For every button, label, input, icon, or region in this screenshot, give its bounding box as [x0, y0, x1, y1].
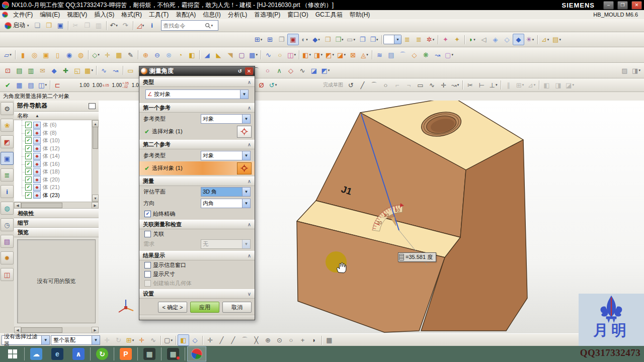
- key-pink-icon[interactable]: ✦: [440, 34, 451, 45]
- dialog-title-bar[interactable]: 测量角度 ↺ ✕: [139, 66, 255, 76]
- offset-region-icon[interactable]: ◩▾: [324, 49, 336, 61]
- measure-section-header[interactable]: 测量∧: [139, 176, 255, 186]
- move-object-icon[interactable]: ◆: [48, 65, 60, 76]
- scroll-left-icon[interactable]: ◀: [14, 202, 21, 209]
- move-face-icon[interactable]: ◧▾: [301, 49, 312, 61]
- new-window-icon[interactable]: ❐: [357, 34, 368, 45]
- dialog-resize-handle[interactable]: [139, 315, 255, 320]
- shaded-cube-icon[interactable]: ◧: [178, 334, 189, 346]
- sort-asc-icon[interactable]: ▲: [35, 114, 39, 118]
- roles-icon[interactable]: ✹: [1, 251, 14, 264]
- scrollbar-thumb[interactable]: [21, 203, 62, 208]
- view-triad-icon[interactable]: [119, 300, 133, 312]
- show-dimension-checkbox[interactable]: 显示尺寸: [139, 269, 255, 279]
- cylinder-icon[interactable]: ▯: [52, 49, 63, 61]
- block-icon[interactable]: ▣: [40, 49, 52, 61]
- chevron-down-icon[interactable]: ▼: [41, 336, 49, 344]
- point-set-icon[interactable]: ∧: [273, 65, 285, 76]
- chamfer-icon[interactable]: ◣: [213, 49, 224, 61]
- part-navigator-icon[interactable]: ▣: [1, 152, 14, 165]
- section-view-icon[interactable]: ◫▾: [37, 79, 48, 91]
- scroll-right-icon[interactable]: ▶: [92, 202, 99, 209]
- info-window-icon[interactable]: i: [146, 20, 158, 31]
- menu-item[interactable]: 视图(V): [63, 11, 91, 19]
- chevron-down-icon[interactable]: ▼: [92, 336, 100, 344]
- web-browser-icon[interactable]: ◍: [1, 202, 14, 215]
- folder-tan-icon[interactable]: ❒: [322, 34, 334, 45]
- navigator-item[interactable]: ✔◆体 (16): [14, 160, 99, 168]
- measure-angle-icon[interactable]: ⊿▾: [539, 34, 551, 45]
- always-exact-checkbox[interactable]: ✔ 始终精确: [139, 209, 255, 218]
- checkbox-icon[interactable]: ✔: [25, 122, 32, 128]
- zoom-fit-icon[interactable]: ⊞: [264, 34, 276, 45]
- unite-icon[interactable]: ⊕: [140, 49, 151, 61]
- pin-window-icon[interactable]: [89, 103, 96, 109]
- sketch-line-icon[interactable]: ╱: [357, 79, 368, 91]
- start-button[interactable]: [3, 346, 22, 361]
- make-corner-icon[interactable]: ⊥▾: [488, 79, 499, 91]
- restore-button[interactable]: ❐: [617, 1, 628, 10]
- table-icon[interactable]: ▤: [25, 79, 37, 91]
- second-reference-header[interactable]: 第二个参考∧: [139, 140, 255, 149]
- more-tools-icon[interactable]: ▦▾: [83, 65, 95, 76]
- wave-link-icon[interactable]: ◱: [71, 65, 83, 76]
- show-icon[interactable]: ◆: [513, 34, 524, 45]
- end-point-icon[interactable]: ╱: [216, 334, 227, 346]
- chevron-down-icon[interactable]: ▼: [242, 151, 250, 160]
- circle-icon[interactable]: ○: [262, 65, 273, 76]
- chevron-down-icon[interactable]: ▼: [242, 115, 250, 123]
- circle-center-icon[interactable]: ○: [285, 334, 297, 346]
- dialog-close-icon[interactable]: ✕: [245, 67, 253, 75]
- wireframe-cube-icon[interactable]: ◇: [189, 334, 201, 346]
- save-icon[interactable]: ▣: [55, 20, 66, 31]
- menu-item[interactable]: 信息(I): [199, 11, 224, 19]
- cascade-window-icon[interactable]: ❐▾: [368, 34, 380, 45]
- start-menu-button[interactable]: 启动▾: [2, 20, 32, 31]
- reset-icon[interactable]: ↺: [236, 67, 244, 75]
- assembly-select-icon[interactable]: ✛: [101, 334, 113, 346]
- component-select-icon[interactable]: ↻: [113, 334, 124, 346]
- profile-icon[interactable]: ⊏: [52, 79, 63, 91]
- snapshot-icon[interactable]: ▨: [619, 65, 630, 76]
- sketch-point-icon[interactable]: ✛: [438, 79, 449, 91]
- minimize-button[interactable]: –: [603, 1, 614, 10]
- solid-body[interactable]: [297, 101, 527, 332]
- mirror-curve-icon[interactable]: ◧: [541, 79, 552, 91]
- rect-select-icon[interactable]: ▢▾: [163, 334, 174, 346]
- checkbox-icon[interactable]: ✔: [25, 168, 32, 175]
- menu-item[interactable]: 分析(L): [224, 11, 251, 19]
- edge-blend-icon[interactable]: ◢: [201, 49, 213, 61]
- type-dropdown[interactable]: ∠ 按对象 ▼: [145, 89, 249, 99]
- replace-face-icon[interactable]: ◪▾: [336, 49, 347, 61]
- checkbox-icon[interactable]: [144, 231, 151, 237]
- tolerance-value-field[interactable]: 1.00+.05-.02: [112, 81, 129, 88]
- scroll-right-icon[interactable]: ▶: [92, 327, 99, 333]
- navigator-item[interactable]: ✔◆体 (12): [14, 145, 99, 153]
- intersection-icon[interactable]: ╳: [251, 334, 262, 346]
- edit-display-icon[interactable]: ✳▾: [524, 34, 536, 45]
- dimension-readout[interactable]: =35.581 度: [398, 252, 436, 262]
- plus-point-icon[interactable]: +: [297, 334, 308, 346]
- shell-icon[interactable]: ▢: [236, 49, 248, 61]
- tree-horizontal-scrollbar[interactable]: ◀ ▶: [14, 202, 99, 209]
- cloud-app-icon[interactable]: ☁: [27, 346, 46, 361]
- preview-section[interactable]: 预览: [14, 228, 99, 237]
- sketch-arc-icon[interactable]: ⌒: [368, 79, 380, 91]
- constraint-navigator-icon[interactable]: ◩: [1, 135, 14, 148]
- curve-rule-icon[interactable]: ∿: [147, 334, 159, 346]
- command-search[interactable]: ▾: [161, 20, 218, 31]
- point-dialog-icon[interactable]: ✛: [136, 334, 147, 346]
- navigator-item[interactable]: ✔◆体 (21): [14, 184, 99, 192]
- key-gold-icon[interactable]: ✦: [451, 34, 463, 45]
- panel-icon[interactable]: ▭▾: [345, 34, 357, 45]
- expression-icon[interactable]: ▤: [14, 65, 25, 76]
- details-section[interactable]: 细节: [14, 218, 99, 228]
- note-icon[interactable]: ✉: [37, 65, 48, 76]
- gear-icon[interactable]: ⚙: [1, 102, 14, 115]
- offset-curve-icon[interactable]: ◪: [308, 65, 319, 76]
- navigator-item[interactable]: ✔◆体 (20): [14, 176, 99, 184]
- assembly-tool-icon[interactable]: ✚: [60, 65, 71, 76]
- sketch-chamfer-icon[interactable]: ¬: [403, 79, 415, 91]
- menu-item[interactable]: 帮助(H): [346, 11, 374, 19]
- checkbox-icon[interactable]: ✔: [25, 153, 32, 159]
